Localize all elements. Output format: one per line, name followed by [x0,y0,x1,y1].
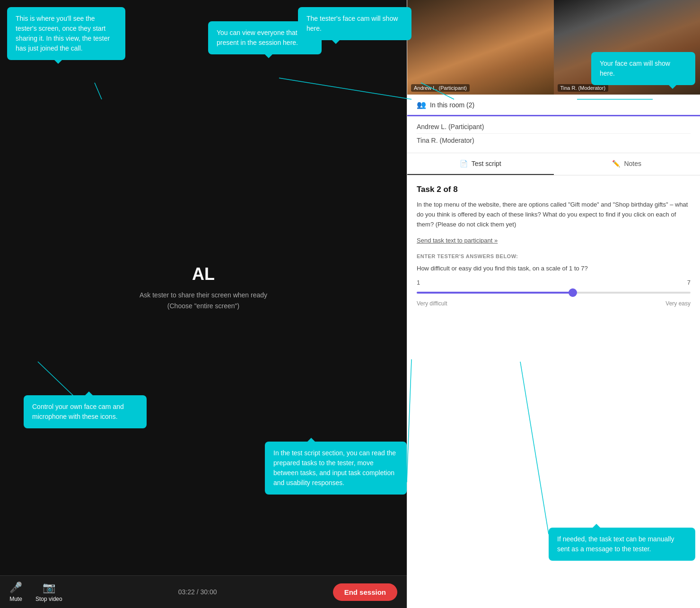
video-thumbnails: Andrew L. (Participant) Tina R. (Moderat… [407,0,700,95]
thumbnail-moderator: Tina R. (Moderator) [554,0,700,95]
tab-test-script[interactable]: 📄 Test script [407,153,554,175]
room-title: In this room (2) [430,101,474,109]
slider-fill [417,292,573,294]
main-container: AL Ask tester to share their screen when… [0,0,700,608]
participant-video [407,0,554,95]
timer-display: 03:22 / 30:00 [178,588,217,596]
room-section: 👥 In this room (2) Andrew L. (Participan… [407,95,700,153]
task-title: Task 2 of 8 [417,185,691,194]
video-panel: AL Ask tester to share their screen when… [0,0,407,608]
thumbnail-participant: Andrew L. (Participant) [407,0,554,95]
answers-label: ENTER TESTER'S ANSWERS BELOW: [417,253,691,259]
bottom-controls: 🎤 Mute 📷 Stop video [9,582,62,602]
right-panel: Andrew L. (Participant) Tina R. (Moderat… [407,0,700,608]
slider-container[interactable] [417,288,691,297]
end-session-button[interactable]: End session [333,583,397,601]
avatar-subtitle: Ask tester to share their screen when re… [140,290,267,311]
stop-video-label: Stop video [35,596,62,602]
task-description: In the top menu of the website, there ar… [417,200,691,229]
script-section: 📄 Test script ✏️ Notes Task 2 of 8 In th… [407,153,700,608]
difficulty-question: How difficult or easy did you find this … [417,264,691,273]
script-tabs: 📄 Test script ✏️ Notes [407,153,700,175]
bottom-bar: 🎤 Mute 📷 Stop video 03:22 / 30:00 End se… [0,575,407,608]
room-header: 👥 In this room (2) [407,95,700,116]
participant-label: Andrew L. (Participant) [411,84,470,92]
stop-video-button[interactable]: 📷 Stop video [35,582,62,602]
pencil-icon: ✏️ [612,160,620,167]
camera-icon: 📷 [43,582,55,594]
doc-icon: 📄 [460,160,468,167]
slider-track [417,292,691,294]
moderator-label: Tina R. (Moderator) [558,84,609,92]
moderator-video [554,0,700,95]
tab-notes[interactable]: ✏️ Notes [554,153,700,175]
video-main-area: AL Ask tester to share their screen when… [0,0,407,575]
avatar-initials: AL [192,264,215,284]
slider-thumb[interactable] [569,288,577,297]
scale-label-max: Very easy [665,300,691,307]
scale-labels: 1 7 [417,279,691,286]
mute-label: Mute [9,596,22,602]
participant-item-1: Andrew L. (Participant) [417,120,691,134]
microphone-icon: 🎤 [9,582,22,594]
people-icon: 👥 [417,100,426,109]
send-task-link[interactable]: Send task text to participant » [417,237,691,244]
script-content: Task 2 of 8 In the top menu of the websi… [407,175,700,608]
mute-button[interactable]: 🎤 Mute [9,582,22,602]
room-participants: Andrew L. (Participant) Tina R. (Moderat… [407,116,700,153]
scale-label-min: Very difficult [417,300,447,307]
scale-ends: Very difficult Very easy [417,300,691,307]
participant-item-2: Tina R. (Moderator) [417,134,691,147]
